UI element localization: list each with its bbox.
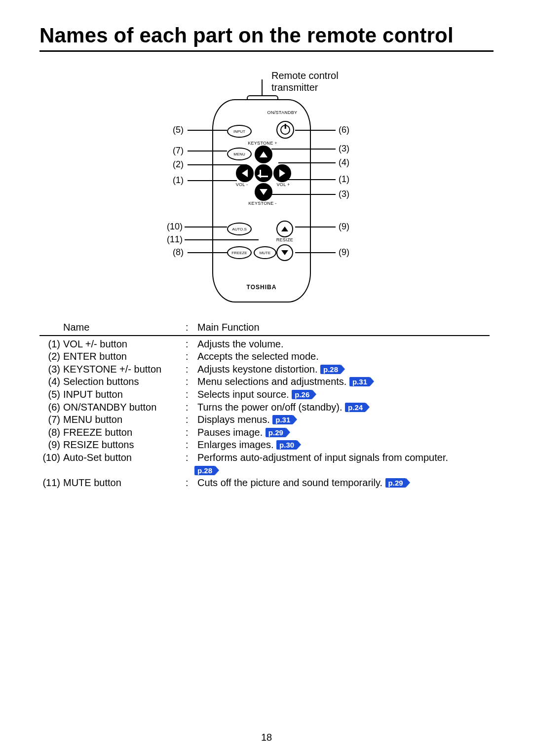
arrow-up-icon xyxy=(260,151,267,157)
lead-line xyxy=(271,194,336,195)
parts-table: Name : Main Function (1)VOL +/- button:A… xyxy=(39,321,494,490)
callout-number: (11) xyxy=(167,234,183,245)
row-func: Adjusts the volume. xyxy=(197,338,490,351)
page-ref[interactable]: p.28 xyxy=(320,365,341,374)
callout-number: (9) xyxy=(339,222,349,232)
row-sep: : xyxy=(186,363,197,376)
brand-logo: TOSHIBA xyxy=(213,284,310,291)
row-sep: : xyxy=(186,338,197,351)
row-sep: : xyxy=(186,426,197,439)
callout-number: (2) xyxy=(173,159,184,170)
row-sep: : xyxy=(186,452,197,464)
table-header-rule xyxy=(39,335,490,336)
arrow-left-icon xyxy=(242,169,248,177)
menu-button-label: MENU xyxy=(233,152,245,156)
page-ref[interactable]: p.24 xyxy=(345,403,366,412)
table-row: (5)INPUT button:Selects input source. p.… xyxy=(39,388,490,401)
table-row: (1)VOL +/- button:Adjusts the volume. xyxy=(39,338,490,351)
lead-line xyxy=(188,164,247,165)
resize-down-button[interactable] xyxy=(276,244,293,261)
auto-set-button[interactable]: AUTO.S xyxy=(227,223,252,235)
row-index: (2) xyxy=(39,350,63,363)
row-func: Performs auto-adjustment of input signal… xyxy=(197,452,490,464)
row-sep: : xyxy=(186,376,197,388)
vol-minus-button[interactable] xyxy=(236,164,254,182)
row-name: MENU button xyxy=(63,414,186,426)
keystone-plus-button[interactable] xyxy=(255,146,272,163)
table-row: (11)MUTE button:Cuts off the picture and… xyxy=(39,477,490,490)
row-index: (1) xyxy=(39,338,63,351)
page-number: 18 xyxy=(0,732,533,743)
callout-number: (9) xyxy=(339,247,349,258)
keystone-minus-button[interactable] xyxy=(255,183,272,201)
lead-line xyxy=(188,130,227,131)
resize-up-button[interactable] xyxy=(276,221,293,237)
header-func: Main Function xyxy=(197,321,490,334)
lead-line xyxy=(185,227,227,227)
label-keystone-plus: KEYSTONE + xyxy=(243,141,282,146)
arrow-down-icon xyxy=(260,189,267,195)
lead-line xyxy=(271,149,336,150)
page-ref[interactable]: p.29 xyxy=(385,478,406,488)
table-row: (4)Selection buttons:Menu selections and… xyxy=(39,376,490,388)
mute-button[interactable]: MUTE xyxy=(254,246,276,259)
auto-set-button-label: AUTO.S xyxy=(232,227,247,231)
page-ref[interactable]: p.29 xyxy=(266,428,286,437)
callout-number: (4) xyxy=(339,157,349,168)
lead-line xyxy=(295,252,336,253)
arrow-down-icon xyxy=(281,250,288,255)
row-name: INPUT button xyxy=(63,388,186,401)
row-sep: : xyxy=(186,388,197,401)
lead-line xyxy=(278,162,336,163)
row-name: FREEZE button xyxy=(63,426,186,439)
callout-number: (6) xyxy=(339,125,349,135)
row-name: ON/STANDBY button xyxy=(63,401,186,414)
row-name: MUTE button xyxy=(63,477,186,490)
table-row: (7)MENU button:Displays menus. p.31 xyxy=(39,414,490,426)
row-index: (6) xyxy=(39,401,63,414)
label-vol-minus: VOL - xyxy=(232,182,252,187)
row-sep: : xyxy=(186,350,197,363)
table-row: (6)ON/STANDBY button:Turns the power on/… xyxy=(39,401,490,414)
row-sep: : xyxy=(186,477,197,490)
callout-number: (8) xyxy=(173,247,184,258)
lead-line xyxy=(188,252,227,253)
row-index: (9) xyxy=(39,439,63,452)
header-sep: : xyxy=(186,321,197,334)
row-func: Accepts the selected mode. xyxy=(197,350,490,363)
table-row: (3)KEYSTONE +/- button:Adjusts keystone … xyxy=(39,363,490,376)
row-index: (10) xyxy=(39,452,63,464)
label-resize: RESIZE xyxy=(273,237,293,242)
lead-line xyxy=(185,239,259,240)
row-func: Pauses image. p.29 xyxy=(197,426,490,439)
row-name: KEYSTONE +/- button xyxy=(63,363,186,376)
lead-line xyxy=(295,227,336,227)
row-name: Auto-Set button xyxy=(63,452,186,464)
lead-line xyxy=(295,130,336,131)
page-ref[interactable]: p.28 xyxy=(194,466,215,475)
menu-button[interactable]: MENU xyxy=(227,148,252,160)
table-header-row: Name : Main Function xyxy=(39,321,490,334)
page-ref[interactable]: p.31 xyxy=(349,377,370,386)
label-keystone-minus: KEYSTONE - xyxy=(243,201,282,206)
page-ref[interactable]: p.31 xyxy=(272,415,293,424)
row-sep: : xyxy=(186,439,197,452)
on-standby-button[interactable] xyxy=(276,121,294,139)
callout-number: (1) xyxy=(339,174,349,185)
page-ref[interactable]: p.26 xyxy=(292,390,312,399)
row-index: (3) xyxy=(39,363,63,376)
label-on-standby: ON/STANDBY xyxy=(263,110,302,115)
lead-line xyxy=(188,151,227,151)
table-row: (2)ENTER button:Accepts the selected mod… xyxy=(39,350,490,363)
page-title: Names of each part on the remote control xyxy=(39,24,494,47)
enter-button[interactable] xyxy=(255,164,272,182)
transmitter-label: Remote control transmitter xyxy=(271,70,339,93)
freeze-button[interactable]: FREEZE xyxy=(227,246,252,259)
input-button[interactable]: INPUT xyxy=(227,125,252,138)
row-sep: : xyxy=(186,401,197,414)
arrow-right-icon xyxy=(279,169,285,177)
label-vol-plus: VOL + xyxy=(273,182,293,187)
page-ref[interactable]: p.30 xyxy=(276,440,297,450)
row-name: Selection buttons xyxy=(63,376,186,388)
row-index: (8) xyxy=(39,426,63,439)
